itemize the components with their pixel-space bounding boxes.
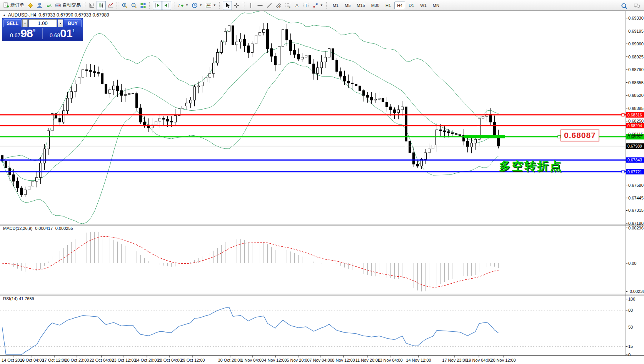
price-axis-tick: 0.67580 xyxy=(628,183,644,188)
macd-axis-tick: -0.002363 xyxy=(628,289,644,294)
time-axis-label: 20 Nov 12:00 xyxy=(491,358,516,362)
signals-button[interactable] xyxy=(44,1,53,10)
bars-icon xyxy=(89,2,95,8)
candle-chart-button[interactable] xyxy=(97,1,106,10)
neworder-icon xyxy=(3,2,9,8)
chart-canvas: 0.683160.682040.680870.678430.677210.679… xyxy=(0,0,644,364)
horizontal-line-button[interactable] xyxy=(255,1,265,10)
timeframe-button-h4[interactable]: H4 xyxy=(394,2,405,9)
fibo-icon: F xyxy=(285,2,291,8)
time-axis-label: 7 Nov 04:00 xyxy=(309,358,332,362)
toolbar-separator xyxy=(243,2,245,9)
line-chart-button[interactable] xyxy=(106,1,115,10)
chart-shift-button[interactable] xyxy=(153,1,162,10)
line-anchor[interactable] xyxy=(558,135,561,138)
cursor-button[interactable] xyxy=(223,1,232,10)
price-axis-tick: 0.69195 xyxy=(628,29,644,33)
trade-panel-divider xyxy=(42,28,43,39)
time-axis-label: 1 Nov 04:00 xyxy=(241,358,264,362)
highlight-segment[interactable] xyxy=(464,135,505,138)
indicators-button[interactable]: f▼ xyxy=(176,1,190,10)
timeframe-button-d1[interactable]: D1 xyxy=(406,2,417,9)
axis-price-tag-label: 0.68316 xyxy=(627,113,642,117)
price-axis-tick: 0.68790 xyxy=(628,67,644,72)
time-axis-label: 8 Nov 12:00 xyxy=(332,358,355,362)
buy-button[interactable]: BUY xyxy=(64,19,82,27)
buy-price-prefix: 0.68 xyxy=(50,33,60,39)
arrows-icon xyxy=(312,2,319,8)
periods-button[interactable]: ▼ xyxy=(190,1,204,10)
fibonacci-button[interactable]: F xyxy=(283,1,292,10)
new-order-button[interactable]: 新订单 xyxy=(2,1,26,10)
rsi-axis-tick: 100 xyxy=(628,297,635,301)
chevron-down-icon[interactable]: ▼ xyxy=(213,3,216,7)
text-label-button[interactable]: T xyxy=(302,1,311,10)
timeframe-button-m5[interactable]: M5 xyxy=(342,2,353,9)
price-axis-tick: 0.69330 xyxy=(628,16,644,20)
time-axis-label: 17 Nov 23:00 xyxy=(442,358,467,362)
macd-signal-line xyxy=(2,236,499,287)
toolbar-group xyxy=(223,1,241,10)
turning-point-annotation[interactable]: 多空转折点 xyxy=(499,158,562,174)
templates-button[interactable]: ▼ xyxy=(204,1,218,10)
volume-input[interactable]: 1.00 xyxy=(28,19,57,27)
buy-price-pips: 01 xyxy=(60,28,72,39)
svg-text:A: A xyxy=(295,3,299,8)
vertical-line-button[interactable] xyxy=(246,1,255,10)
chevron-down-icon[interactable]: ▼ xyxy=(185,3,189,7)
trend-icon xyxy=(266,2,272,8)
template-icon xyxy=(205,2,212,8)
tile-windows-button[interactable] xyxy=(138,1,148,10)
history-center-button[interactable] xyxy=(26,1,35,10)
buy-price[interactable]: 0.68 01 1 xyxy=(43,27,82,40)
timeframe-button-h1[interactable]: H1 xyxy=(383,2,394,9)
timeframe-button-m15[interactable]: M15 xyxy=(354,2,367,9)
price-callout-box[interactable]: 0.68087 xyxy=(561,130,599,141)
timeframe-button-m1[interactable]: M1 xyxy=(330,2,341,9)
one-click-trade-panel: SELL ▼ 1.00 ▲ BUY 0.67 98 9 0.68 01 1 xyxy=(2,18,83,41)
chat-button[interactable] xyxy=(632,1,642,10)
bar-chart-button[interactable] xyxy=(87,1,97,10)
time-axis-label: 24 Oct 20:00 xyxy=(135,358,159,362)
timeframe-button-w1[interactable]: W1 xyxy=(417,2,429,9)
arrows-button[interactable]: ▼ xyxy=(311,1,325,10)
timeframe-button-m30[interactable]: M30 xyxy=(369,2,382,9)
community-button[interactable] xyxy=(35,1,44,10)
auto-scroll-button[interactable] xyxy=(162,1,171,10)
channel-icon: E xyxy=(275,2,282,8)
line-anchor[interactable] xyxy=(622,113,624,116)
auto-trading-button[interactable]: 自动交易 xyxy=(53,1,82,10)
search-icon xyxy=(621,3,627,9)
volume-up-button[interactable]: ▲ xyxy=(58,19,63,27)
cursor-icon xyxy=(224,2,230,8)
crosshair-button[interactable] xyxy=(232,1,241,10)
timeframe-button-mn[interactable]: MN xyxy=(430,2,442,9)
sell-price[interactable]: 0.67 98 9 xyxy=(3,27,42,40)
volume-down-button[interactable]: ▼ xyxy=(22,19,28,27)
search-button[interactable] xyxy=(619,1,629,10)
collapse-chart-icon[interactable]: ▲ xyxy=(3,13,6,17)
chevron-down-icon[interactable]: ▼ xyxy=(199,3,202,7)
rsi-axis-tick: 80 xyxy=(628,308,633,312)
line-anchor[interactable] xyxy=(622,170,624,173)
zoom-in-button[interactable] xyxy=(120,1,129,10)
price-axis-tick: 0.68115 xyxy=(628,132,643,136)
text-button[interactable]: A xyxy=(292,1,302,10)
trendline-button[interactable] xyxy=(265,1,274,10)
zoom-out-button[interactable] xyxy=(129,1,138,10)
chevron-down-icon[interactable]: ▼ xyxy=(320,3,323,7)
time-axis-label: 14 Nov 12:00 xyxy=(406,358,431,362)
time-axis-label: 4 Nov 12:00 xyxy=(264,358,287,362)
vline-icon xyxy=(248,2,254,8)
candles-icon xyxy=(98,2,104,8)
channel-button[interactable]: E xyxy=(274,1,283,10)
time-axis-label: 22 Oct 04:00 xyxy=(90,358,114,362)
clock-icon xyxy=(192,2,198,8)
time-axis-label: 17 Oct 12:00 xyxy=(42,358,67,362)
tile-icon xyxy=(140,2,146,8)
toolbar-separator xyxy=(117,2,118,9)
chart-title-row: ▲ AUDUSD-,H4 0.67933 0.67990 0.67933 0.6… xyxy=(3,12,109,18)
time-axis-label: 11 Nov 20:00 xyxy=(355,358,380,362)
sell-button[interactable]: SELL xyxy=(3,19,22,27)
toolbar-group xyxy=(87,1,115,10)
